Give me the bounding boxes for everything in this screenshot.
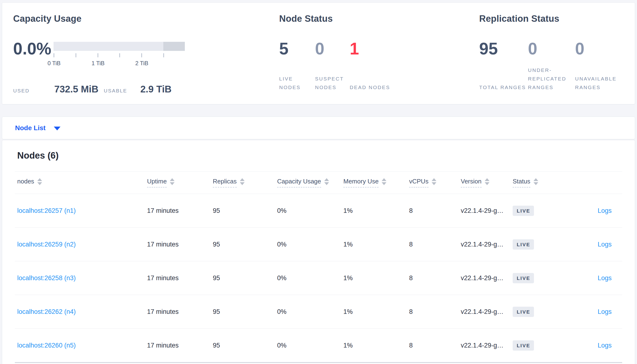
- capacity-bar: [54, 42, 185, 51]
- logs-link[interactable]: Logs: [597, 207, 612, 214]
- node-link[interactable]: localhost:26262 (n4): [17, 308, 76, 315]
- nodes-table-title: Nodes (6): [17, 150, 622, 161]
- node-link[interactable]: localhost:26257 (n1): [17, 207, 76, 214]
- node-link[interactable]: localhost:26258 (n3): [17, 274, 76, 282]
- uptime-cell: 17 minutes: [147, 342, 213, 349]
- status-badge: LIVE: [513, 307, 534, 317]
- column-header-status[interactable]: Status: [513, 178, 593, 188]
- chevron-down-icon: [54, 126, 61, 130]
- uptime-cell: 17 minutes: [147, 207, 213, 214]
- column-header-label: Memory Use: [343, 178, 379, 188]
- axis-tick: [141, 53, 142, 57]
- dead-nodes-label: DEAD NODES: [350, 83, 398, 92]
- memory-cell: 1%: [343, 308, 409, 316]
- column-header-label: nodes: [17, 178, 34, 188]
- memory-cell: 1%: [343, 241, 409, 248]
- version-cell: v22.1.4-29-g…: [461, 342, 513, 349]
- replicas-cell: 95: [213, 241, 277, 248]
- column-header-memory-use[interactable]: Memory Use: [343, 178, 409, 188]
- nodes-panel: Nodes (6) nodes Uptime Replicas Capacity…: [2, 140, 635, 364]
- sort-icon[interactable]: [37, 178, 42, 185]
- node-link[interactable]: localhost:26260 (n5): [17, 342, 76, 349]
- memory-cell: 1%: [343, 342, 409, 349]
- sort-icon[interactable]: [240, 178, 245, 185]
- column-header-uptime[interactable]: Uptime: [147, 178, 213, 188]
- vcpus-cell: 8: [409, 308, 461, 316]
- logs-link[interactable]: Logs: [597, 274, 612, 282]
- logs-link[interactable]: Logs: [597, 241, 612, 248]
- capacity-bar-tail-segment: [163, 42, 185, 51]
- column-header-label: Capacity Usage: [277, 178, 321, 188]
- live-nodes-value: 5: [279, 40, 315, 57]
- axis-tick-label: 1 TiB: [92, 60, 105, 67]
- column-header-capacity-usage[interactable]: Capacity Usage: [277, 178, 343, 188]
- version-cell: v22.1.4-29-g…: [461, 207, 513, 214]
- logs-link[interactable]: Logs: [597, 308, 612, 315]
- column-header-version[interactable]: Version: [461, 178, 513, 188]
- dead-nodes-value: 1: [350, 40, 398, 57]
- sort-icon[interactable]: [170, 178, 175, 185]
- column-header-label: Status: [513, 178, 530, 188]
- used-value: 732.5 MiB: [54, 84, 104, 94]
- axis-tick: [163, 53, 164, 57]
- logs-link[interactable]: Logs: [597, 342, 612, 349]
- unavailable-ranges-value: 0: [575, 40, 635, 57]
- replication-status-title: Replication Status: [479, 14, 635, 24]
- capacity-usage-section: Capacity Usage 0.0% 0 TiB 1 TiB 2 TiB: [13, 14, 279, 104]
- column-header-vcpus[interactable]: vCPUs: [409, 178, 461, 188]
- table-row: localhost:26259 (n2) 17 minutes 95 0% 1%…: [15, 228, 622, 261]
- column-header-replicas[interactable]: Replicas: [213, 178, 277, 188]
- axis-tick: [54, 53, 54, 57]
- cluster-summary-panel: Capacity Usage 0.0% 0 TiB 1 TiB 2 TiB: [2, 2, 635, 104]
- replicas-cell: 95: [213, 308, 277, 316]
- sort-icon[interactable]: [432, 178, 436, 185]
- column-header-label: Uptime: [147, 178, 167, 188]
- under-replicated-ranges-value: 0: [528, 40, 575, 57]
- column-header-label: Version: [461, 178, 482, 188]
- unavailable-ranges-stat: 0 UNAVAILABLE RANGES: [575, 40, 635, 92]
- usable-value: 2.9 TiB: [140, 84, 171, 94]
- under-replicated-ranges-stat: 0 UNDER-REPLICATED RANGES: [528, 40, 575, 92]
- live-nodes-stat: 5 LIVE NODES: [279, 40, 315, 92]
- table-row: localhost:26262 (n4) 17 minutes 95 0% 1%…: [15, 295, 622, 329]
- node-status-section: Node Status 5 LIVE NODES 0 SUSPECT NODES…: [279, 14, 479, 104]
- version-cell: v22.1.4-29-g…: [461, 241, 513, 248]
- sort-icon[interactable]: [533, 178, 538, 185]
- total-ranges-value: 95: [479, 40, 528, 57]
- dead-nodes-stat: 1 DEAD NODES: [350, 40, 398, 92]
- suspect-nodes-value: 0: [315, 40, 350, 57]
- node-list-dropdown[interactable]: Node List: [2, 116, 635, 139]
- node-link[interactable]: localhost:26259 (n2): [17, 241, 76, 248]
- sort-icon[interactable]: [324, 178, 329, 185]
- vcpus-cell: 8: [409, 207, 461, 214]
- uptime-cell: 17 minutes: [147, 274, 213, 282]
- vcpus-cell: 8: [409, 342, 461, 349]
- total-ranges-stat: 95 TOTAL RANGES: [479, 40, 528, 92]
- column-header-nodes[interactable]: nodes: [15, 178, 147, 188]
- capacity-usage-title: Capacity Usage: [13, 14, 279, 24]
- column-header-label: vCPUs: [409, 178, 429, 188]
- sort-icon[interactable]: [382, 178, 386, 185]
- replication-status-section: Replication Status 95 TOTAL RANGES 0 UND…: [479, 14, 635, 104]
- vcpus-cell: 8: [409, 241, 461, 248]
- node-status-title: Node Status: [279, 14, 479, 24]
- status-badge: LIVE: [513, 340, 534, 350]
- under-replicated-ranges-label: UNDER-REPLICATED RANGES: [528, 66, 575, 92]
- total-ranges-label: TOTAL RANGES: [479, 83, 528, 92]
- axis-tick-label: 0 TiB: [48, 60, 61, 67]
- memory-cell: 1%: [343, 207, 409, 214]
- node-list-label: Node List: [15, 124, 46, 132]
- table-row: localhost:26258 (n3) 17 minutes 95 0% 1%…: [15, 261, 622, 295]
- sort-icon[interactable]: [485, 178, 489, 185]
- capacity-usage-bar-chart: 0 TiB 1 TiB 2 TiB: [54, 42, 185, 72]
- replicas-cell: 95: [213, 274, 277, 282]
- unavailable-ranges-label: UNAVAILABLE RANGES: [575, 74, 635, 92]
- suspect-nodes-stat: 0 SUSPECT NODES: [315, 40, 350, 92]
- table-row: localhost:26260 (n5) 17 minutes 95 0% 1%…: [15, 329, 622, 363]
- axis-tick-label: 2 TiB: [135, 60, 148, 67]
- column-header-label: Replicas: [213, 178, 237, 188]
- table-header-row: nodes Uptime Replicas Capacity Usage Mem…: [15, 171, 622, 194]
- live-nodes-label: LIVE NODES: [279, 74, 315, 92]
- usable-label: USABLE: [104, 88, 140, 94]
- memory-cell: 1%: [343, 274, 409, 282]
